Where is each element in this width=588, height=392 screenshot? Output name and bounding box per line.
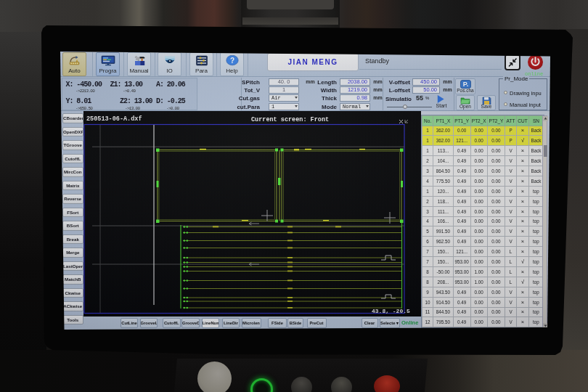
svg-text:P.: P. (462, 81, 467, 88)
svg-text:?: ? (229, 57, 234, 65)
svg-text:Current screen: Front: Current screen: Front (251, 116, 329, 123)
svg-text:250513-06-A.dxf: 250513-06-A.dxf (86, 115, 142, 123)
